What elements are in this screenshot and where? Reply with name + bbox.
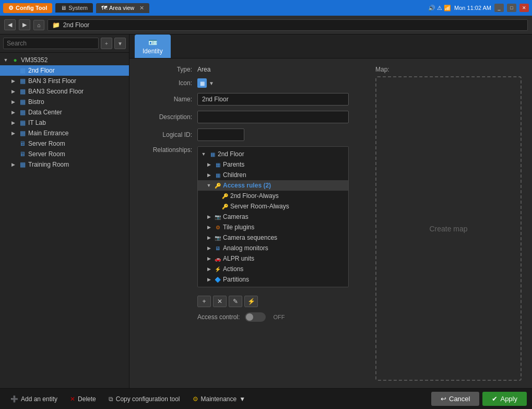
rel-sequences-icon: 📷	[214, 233, 222, 242]
toggle-icon: ▶	[9, 162, 17, 167]
tree-label-itlab: IT Lab	[28, 119, 46, 126]
rel-item-access-rules[interactable]: ▼ 🔑 Access rules (2)	[198, 180, 348, 191]
logical-id-label: Logical ID:	[140, 131, 192, 138]
rel-toggle-actions: ▶	[205, 266, 212, 272]
area-view-label: Area view	[109, 5, 134, 11]
add-search-button[interactable]: +	[101, 38, 112, 49]
tree-item-datacenter[interactable]: ▶ ▦ Data Center	[0, 107, 129, 118]
rel-alpr-icon: 🚗	[214, 254, 222, 263]
tab-identity[interactable]: 🪪 Identity	[135, 34, 171, 58]
icon-row: Icon: ▦ ▼	[140, 78, 365, 88]
rel-folder-icon: ▦	[208, 150, 217, 158]
system-tab[interactable]: 🖥 System	[55, 3, 93, 13]
description-input[interactable]	[197, 111, 349, 123]
taskbar: ⚙ Config Tool 🖥 System 🗺 Area view ✕ 🔊 ⚠…	[0, 0, 532, 16]
cancel-button[interactable]: ↩ Cancel	[431, 392, 479, 406]
rel-label-parents: Parents	[223, 161, 244, 168]
tree-label-vm35352: VM35352	[21, 56, 48, 64]
delete-label: Delete	[78, 395, 96, 403]
tree-item-bistro[interactable]: ▶ ▦ Bistro	[0, 97, 129, 107]
area-icon: ▦	[18, 108, 27, 116]
filter-button[interactable]: ▼	[114, 38, 126, 49]
rel-item-tile-plugins[interactable]: ▶ ⚙ Tile plugins	[198, 222, 348, 232]
search-bar: + ▼	[0, 34, 129, 53]
maintenance-button[interactable]: ⚙ Maintenance ▼	[187, 393, 251, 405]
toggle-icon: ▶	[9, 99, 17, 104]
remove-relationship-button[interactable]: ✕	[213, 296, 227, 307]
config-tool-app[interactable]: ⚙ Config Tool	[3, 3, 52, 13]
tree-item-server-room-1[interactable]: 🖥 Server Room	[0, 138, 129, 149]
add-relationship-button[interactable]: +	[197, 296, 211, 307]
tree-item-itlab[interactable]: ▶ ▦ IT Lab	[0, 118, 129, 128]
rel-item-alpr[interactable]: ▶ 🚗 ALPR units	[198, 253, 348, 264]
dropdown-arrow-icon[interactable]: ▼	[209, 80, 214, 86]
tree-item-server-room-2[interactable]: 🖥 Server Room	[0, 149, 129, 159]
rel-toggle-parents: ▶	[205, 162, 212, 167]
tree-item-training[interactable]: ▶ ▦ Training Room	[0, 159, 129, 170]
area-icon: ▦	[18, 98, 27, 106]
rel-item-children[interactable]: ▶ ▦ Children	[198, 170, 348, 180]
link-relationship-button[interactable]: ⚡	[244, 296, 258, 307]
tree-item-2nd-floor[interactable]: ▦ 2nd Floor	[0, 65, 129, 76]
maintenance-label: Maintenance	[201, 395, 237, 403]
search-input[interactable]	[3, 38, 99, 49]
rel-label-2nd-floor: 2nd Floor	[218, 150, 244, 158]
close-button[interactable]: ✕	[519, 4, 529, 12]
tree-item-ban3-second[interactable]: ▶ ▦ BAN3 Second Floor	[0, 86, 129, 97]
name-input[interactable]	[197, 93, 349, 106]
edit-relationship-button[interactable]: ✎	[229, 296, 242, 307]
tree-toolbar: + ✕ ✎ ⚡	[197, 293, 365, 310]
rel-label-cameras: Cameras	[223, 213, 249, 220]
copy-config-button[interactable]: ⧉ Copy configuration tool	[103, 393, 185, 405]
access-control-toggle[interactable]	[245, 312, 266, 322]
apply-button[interactable]: ✔ Apply	[482, 392, 527, 406]
rel-item-rule-2[interactable]: 🔑 Server Room-Always	[198, 201, 348, 212]
delete-button[interactable]: ✕ Delete	[65, 393, 101, 405]
server-icon: ●	[11, 56, 19, 64]
rel-plugin-icon: ⚙	[214, 223, 222, 231]
rel-toggle-monitors: ▶	[205, 246, 212, 251]
map-area: Map: Create map	[375, 66, 522, 381]
rel-item-cameras[interactable]: ▶ 📷 Cameras	[198, 212, 348, 222]
name-label: Name:	[140, 96, 192, 103]
maximize-button[interactable]: □	[507, 4, 516, 12]
rel-item-2nd-floor[interactable]: ▼ ▦ 2nd Floor	[198, 149, 348, 159]
cancel-label: Cancel	[449, 395, 470, 403]
apply-icon: ✔	[492, 395, 498, 403]
area-icon: ▦	[18, 160, 27, 169]
back-button[interactable]: ◀	[4, 19, 16, 30]
area-view-tab[interactable]: 🗺 Area view ✕	[96, 3, 149, 13]
rel-toggle-alpr: ▶	[205, 256, 212, 261]
type-label: Type:	[140, 66, 192, 73]
area-icon: ▦	[18, 129, 27, 137]
rel-item-cam-sequences[interactable]: ▶ 📷 Camera sequences	[198, 232, 348, 243]
tree-label-datacenter: Data Center	[28, 109, 62, 116]
logical-id-input[interactable]	[197, 128, 244, 141]
icon-dropdown[interactable]: ▦ ▼	[197, 78, 214, 88]
forward-button[interactable]: ▶	[19, 19, 30, 30]
breadcrumb: 📁 2nd Floor	[48, 19, 528, 31]
rel-item-analog-monitors[interactable]: ▶ 🖥 Analog monitors	[198, 243, 348, 253]
icon-label: Icon:	[140, 79, 192, 87]
close-tab-icon[interactable]: ✕	[139, 5, 144, 11]
entity-tree: ▼ ● VM35352 ▦ 2nd Floor ▶ ▦ BAN 3 First …	[0, 53, 129, 388]
tree-item-root[interactable]: ▼ ● VM35352	[0, 55, 129, 65]
minimize-button[interactable]: _	[494, 4, 504, 12]
relationships-label: Relationships:	[140, 146, 192, 154]
add-entity-button[interactable]: ➕ Add an entity	[5, 393, 63, 405]
tree-item-main-entrance[interactable]: ▶ ▦ Main Entrance	[0, 128, 129, 138]
rel-label-plugins: Tile plugins	[223, 224, 254, 231]
rel-item-rule-1[interactable]: 🔑 2nd Floor-Always	[198, 191, 348, 201]
type-row: Type: Area	[140, 66, 365, 73]
map-canvas[interactable]: Create map	[375, 76, 522, 381]
breadcrumb-text: 2nd Floor	[63, 21, 90, 29]
tabs-row: 🪪 Identity	[129, 34, 532, 59]
rel-toggle-partitions: ▶	[205, 277, 212, 282]
logical-id-row: Logical ID:	[140, 128, 365, 141]
rel-item-actions[interactable]: ▶ ⚡ Actions	[198, 264, 348, 274]
home-button[interactable]: ⌂	[33, 20, 44, 30]
area-view-icon: 🗺	[101, 5, 107, 11]
rel-item-partitions[interactable]: ▶ 🔷 Partitions	[198, 274, 348, 285]
tree-item-ban3-first[interactable]: ▶ ▦ BAN 3 First Floor	[0, 76, 129, 86]
rel-item-parents[interactable]: ▶ ▦ Parents	[198, 159, 348, 170]
